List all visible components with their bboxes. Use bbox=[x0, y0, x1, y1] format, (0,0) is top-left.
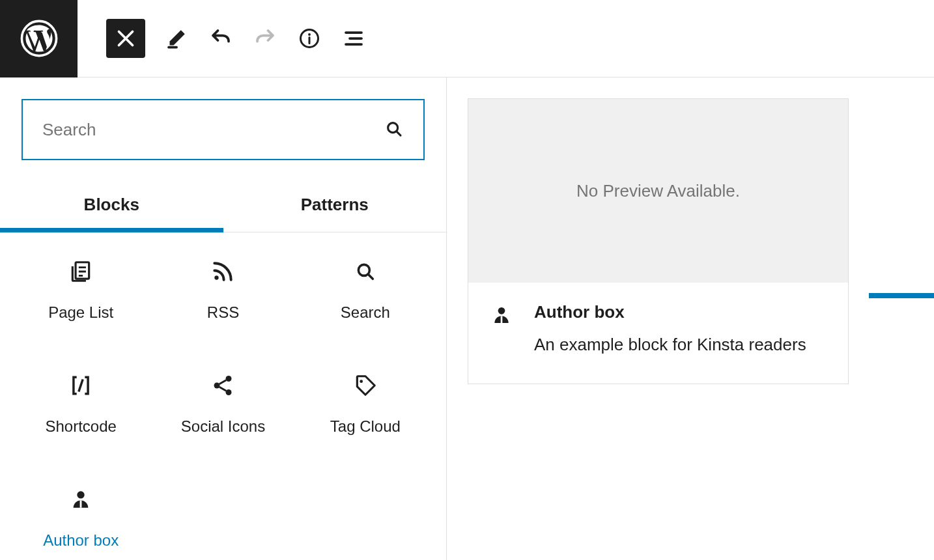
info-icon bbox=[298, 27, 321, 50]
svg-point-12 bbox=[498, 307, 505, 315]
tab-patterns[interactable]: Patterns bbox=[223, 182, 447, 232]
tag-icon bbox=[352, 372, 379, 399]
block-item-tag-cloud[interactable]: Tag Cloud bbox=[294, 346, 436, 460]
wordpress-logo[interactable] bbox=[0, 0, 78, 77]
no-preview-text: No Preview Available. bbox=[576, 181, 740, 201]
block-label: Search bbox=[341, 303, 390, 322]
preview-block-title: Author box bbox=[534, 302, 806, 322]
undo-button[interactable] bbox=[199, 16, 243, 61]
pencil-icon bbox=[165, 27, 188, 50]
wordpress-icon bbox=[20, 20, 58, 57]
block-label: Tag Cloud bbox=[330, 417, 401, 436]
block-item-author-box[interactable]: Author box bbox=[10, 460, 152, 560]
main-container: Blocks Patterns Page List bbox=[0, 77, 934, 560]
block-item-page-list[interactable]: Page List bbox=[10, 232, 152, 346]
info-button[interactable] bbox=[287, 16, 332, 61]
svg-point-11 bbox=[77, 491, 84, 498]
svg-point-5 bbox=[215, 275, 219, 279]
block-item-social-icons[interactable]: Social Icons bbox=[152, 346, 294, 460]
preview-card: No Preview Available. Author box An exam… bbox=[468, 98, 849, 384]
redo-button[interactable] bbox=[243, 16, 287, 61]
preview-info: Author box An example block for Kinsta r… bbox=[468, 283, 848, 384]
inserter-tabs: Blocks Patterns bbox=[0, 182, 446, 232]
preview-panel: No Preview Available. Author box An exam… bbox=[447, 77, 934, 560]
block-label: Page List bbox=[48, 303, 113, 322]
svg-point-10 bbox=[360, 380, 363, 383]
close-inserter-button[interactable] bbox=[106, 19, 145, 58]
search-box bbox=[21, 99, 425, 160]
search-wrapper bbox=[0, 77, 446, 182]
preview-block-description: An example block for Kinsta readers bbox=[534, 333, 806, 356]
top-toolbar bbox=[0, 0, 934, 77]
svg-point-2 bbox=[308, 33, 311, 36]
block-label: Shortcode bbox=[45, 417, 116, 436]
search-icon bbox=[384, 119, 404, 139]
outline-button[interactable] bbox=[332, 16, 376, 61]
pages-icon bbox=[67, 258, 94, 285]
edit-button[interactable] bbox=[154, 16, 199, 61]
list-view-icon bbox=[342, 27, 365, 50]
close-icon bbox=[114, 27, 137, 50]
blocks-grid: Page List RSS Search bbox=[0, 232, 446, 560]
redo-icon bbox=[253, 27, 277, 50]
shortcode-icon bbox=[67, 372, 94, 399]
block-label: RSS bbox=[207, 303, 239, 322]
preview-info-text: Author box An example block for Kinsta r… bbox=[534, 302, 806, 356]
block-item-shortcode[interactable]: Shortcode bbox=[10, 346, 152, 460]
rss-icon bbox=[209, 258, 236, 285]
block-item-search[interactable]: Search bbox=[294, 232, 436, 346]
share-icon bbox=[209, 372, 236, 399]
block-label: Social Icons bbox=[181, 417, 265, 436]
svg-point-9 bbox=[226, 389, 232, 395]
search-icon bbox=[352, 258, 379, 285]
block-inserter-panel: Blocks Patterns Page List bbox=[0, 77, 447, 560]
person-icon bbox=[67, 486, 94, 513]
tab-blocks[interactable]: Blocks bbox=[0, 182, 223, 232]
block-item-rss[interactable]: RSS bbox=[152, 232, 294, 346]
accent-bar bbox=[869, 293, 934, 298]
block-label: Author box bbox=[43, 531, 119, 550]
preview-placeholder: No Preview Available. bbox=[468, 99, 848, 283]
search-submit-button[interactable] bbox=[384, 119, 404, 141]
search-input[interactable] bbox=[42, 120, 384, 140]
toolbar-button-group bbox=[78, 16, 376, 61]
person-icon bbox=[491, 305, 515, 328]
svg-point-7 bbox=[226, 376, 232, 382]
svg-point-8 bbox=[214, 382, 220, 388]
undo-icon bbox=[209, 27, 233, 50]
